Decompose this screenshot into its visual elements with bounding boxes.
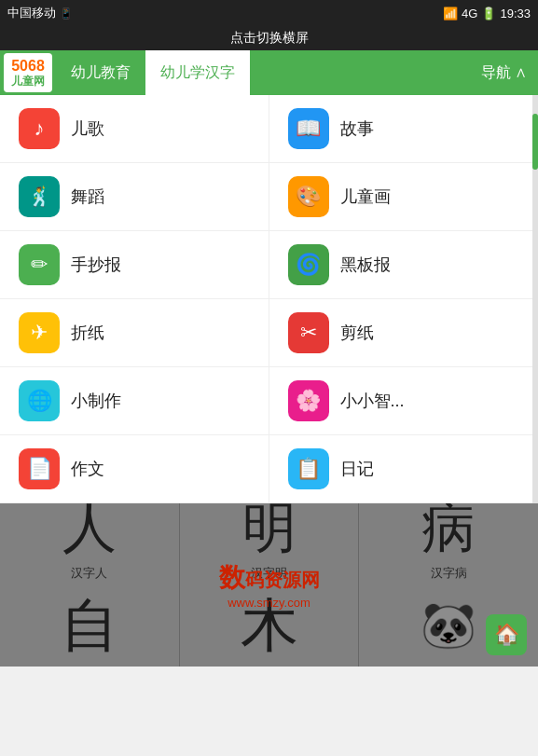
menu-item-smallmake[interactable]: 🌐 小制作 bbox=[0, 367, 269, 435]
menu-item-dance[interactable]: 🕺 舞蹈 bbox=[0, 163, 269, 231]
nav-tabs: 幼儿教育 幼儿学汉字 bbox=[56, 50, 470, 95]
home-icon: 🏠 bbox=[494, 623, 519, 647]
papercutting-label: 剪纸 bbox=[340, 322, 374, 344]
essay-icon: 📄 bbox=[19, 448, 60, 489]
logo-text: 儿童网 bbox=[11, 75, 45, 88]
smartkid-icon: 🌸 bbox=[288, 380, 329, 421]
origami-icon: ✈ bbox=[19, 312, 60, 353]
banner-text: 点击切换横屏 bbox=[230, 30, 309, 45]
hanzi-section: 人 汉字人 明 汉字明 病 汉字病 自 木 🐼 数码资源网 www.smzy.c… bbox=[0, 503, 538, 667]
menu-item-story[interactable]: 📖 故事 bbox=[269, 95, 539, 163]
watermark-url: www.smzy.com bbox=[228, 596, 310, 610]
logo[interactable]: 5068 儿童网 bbox=[4, 53, 52, 92]
menu-item-origami[interactable]: ✈ 折纸 bbox=[0, 299, 269, 367]
watermark-overlay: 数码资源网 www.smzy.com bbox=[0, 503, 538, 667]
handnewspaper-icon: ✏ bbox=[19, 244, 60, 285]
tab-hanzi[interactable]: 幼儿学汉字 bbox=[145, 50, 250, 95]
menu-wrapper: ♪ 儿歌 📖 故事 🕺 舞蹈 🎨 儿童画 ✏ 手抄报 🌀 黑板报 ✈ 折纸 bbox=[0, 95, 538, 503]
origami-label: 折纸 bbox=[71, 322, 104, 344]
sim-icons: 📱 bbox=[60, 7, 73, 20]
diary-icon: 📋 bbox=[288, 448, 329, 489]
blackboard-label: 黑板报 bbox=[340, 254, 391, 276]
dance-label: 舞蹈 bbox=[71, 186, 104, 208]
smartkid-label: 小小智... bbox=[340, 390, 405, 412]
scrollbar[interactable] bbox=[532, 95, 538, 503]
carrier-text: 中国移动 bbox=[7, 5, 56, 21]
story-label: 故事 bbox=[340, 117, 374, 140]
status-right: 📶 4G 🔋 19:33 bbox=[443, 7, 531, 21]
menu-item-childpainting[interactable]: 🎨 儿童画 bbox=[269, 163, 539, 231]
status-left: 中国移动 📱 bbox=[7, 5, 73, 21]
childsong-icon: ♪ bbox=[19, 108, 60, 149]
time-text: 19:33 bbox=[500, 7, 531, 21]
smallmake-label: 小制作 bbox=[71, 390, 121, 412]
menu-item-diary[interactable]: 📋 日记 bbox=[269, 435, 539, 503]
nav-right-button[interactable]: 导航 ∧ bbox=[470, 63, 538, 83]
dance-icon: 🕺 bbox=[19, 176, 60, 217]
nav-bar: 5068 儿童网 幼儿教育 幼儿学汉字 导航 ∧ bbox=[0, 50, 538, 95]
menu-grid: ♪ 儿歌 📖 故事 🕺 舞蹈 🎨 儿童画 ✏ 手抄报 🌀 黑板报 ✈ 折纸 bbox=[0, 95, 538, 503]
menu-item-blackboard[interactable]: 🌀 黑板报 bbox=[269, 231, 539, 299]
papercutting-icon: ✂ bbox=[288, 312, 329, 353]
menu-item-smartkid[interactable]: 🌸 小小智... bbox=[269, 367, 539, 435]
status-bar: 中国移动 📱 📶 4G 🔋 19:33 bbox=[0, 0, 538, 26]
signal-icon: 📶 bbox=[443, 7, 458, 21]
top-banner[interactable]: 点击切换横屏 bbox=[0, 26, 538, 50]
menu-item-papercutting[interactable]: ✂ 剪纸 bbox=[269, 299, 539, 367]
childpainting-label: 儿童画 bbox=[340, 186, 391, 208]
scrollbar-thumb bbox=[532, 114, 538, 170]
signal-label: 4G bbox=[462, 7, 477, 21]
menu-item-essay[interactable]: 📄 作文 bbox=[0, 435, 269, 503]
tab-education[interactable]: 幼儿教育 bbox=[56, 50, 145, 95]
blackboard-icon: 🌀 bbox=[288, 244, 329, 285]
handnewspaper-label: 手抄报 bbox=[71, 254, 121, 276]
home-button[interactable]: 🏠 bbox=[486, 614, 527, 655]
story-icon: 📖 bbox=[288, 108, 329, 149]
essay-label: 作文 bbox=[71, 458, 104, 480]
childpainting-icon: 🎨 bbox=[288, 176, 329, 217]
diary-label: 日记 bbox=[340, 458, 374, 480]
battery-icon: 🔋 bbox=[481, 7, 496, 21]
childsong-label: 儿歌 bbox=[71, 117, 104, 140]
smallmake-icon: 🌐 bbox=[19, 380, 60, 421]
menu-item-childsong[interactable]: ♪ 儿歌 bbox=[0, 95, 269, 163]
watermark-title: 数码资源网 bbox=[219, 560, 320, 596]
menu-item-handnewspaper[interactable]: ✏ 手抄报 bbox=[0, 231, 269, 299]
logo-number: 5068 bbox=[11, 57, 45, 75]
